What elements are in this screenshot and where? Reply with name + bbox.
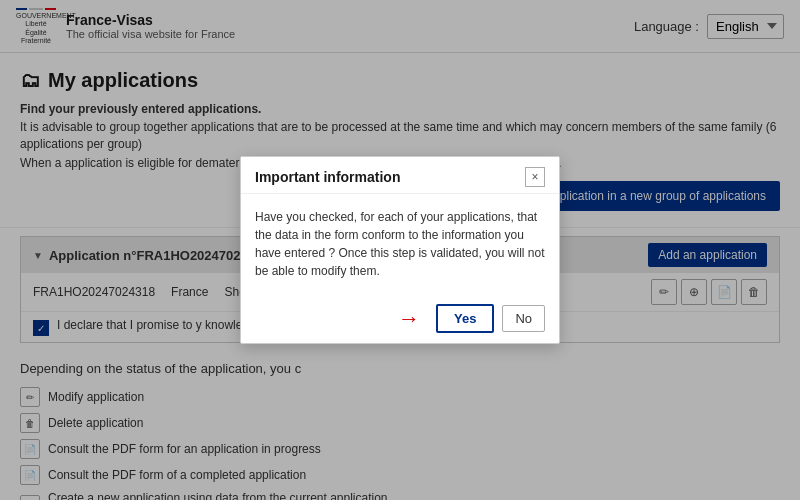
- modal-title: Important information: [255, 169, 400, 185]
- arrow-right-icon: →: [398, 306, 420, 332]
- modal-header: Important information ×: [241, 157, 559, 194]
- modal-body: Have you checked, for each of your appli…: [241, 194, 559, 294]
- modal-close-button[interactable]: ×: [525, 167, 545, 187]
- modal-no-button[interactable]: No: [502, 305, 545, 332]
- modal-yes-button[interactable]: Yes: [436, 304, 494, 333]
- important-info-modal: Important information × Have you checked…: [240, 156, 560, 344]
- modal-footer: → Yes No: [241, 294, 559, 343]
- modal-overlay: Important information × Have you checked…: [0, 0, 800, 500]
